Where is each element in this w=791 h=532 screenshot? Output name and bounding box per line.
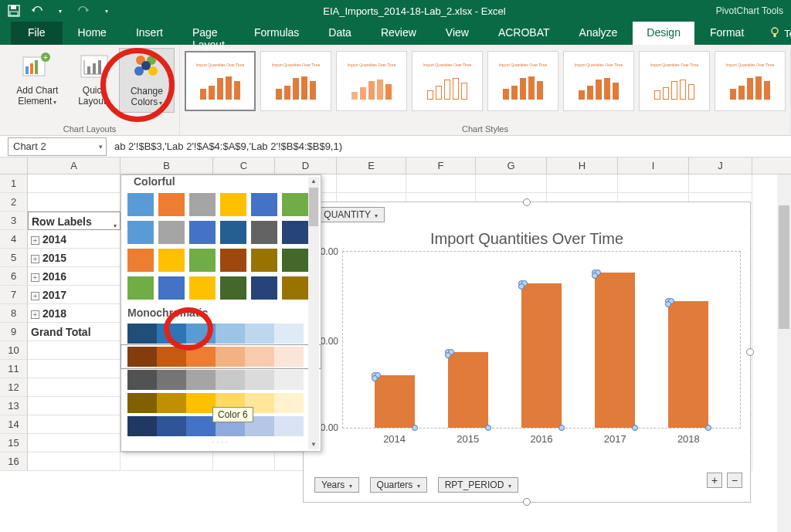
color-swatch[interactable] [157, 393, 186, 413]
row-header[interactable]: 16 [0, 452, 28, 471]
name-box-dropdown-icon[interactable]: ▾ [99, 143, 103, 151]
tab-formulas[interactable]: Formulas [240, 22, 313, 45]
color-swatch[interactable] [251, 276, 277, 300]
column-header[interactable]: F [406, 158, 476, 174]
tab-review[interactable]: Review [367, 22, 430, 45]
column-header[interactable]: C [213, 158, 275, 174]
bar[interactable] [375, 375, 415, 428]
row-header[interactable]: 14 [0, 415, 28, 434]
color-swatch[interactable] [220, 221, 246, 244]
row-header[interactable]: 3 [0, 212, 28, 230]
chart-style-thumb[interactable]: Import Quantities Over Time [336, 51, 407, 111]
color-swatch[interactable] [245, 370, 274, 390]
color-swatch[interactable] [282, 193, 308, 216]
cell[interactable]: Row Labels ▾ [28, 212, 121, 230]
row-header[interactable]: 11 [0, 360, 28, 378]
column-header[interactable]: J [689, 158, 752, 174]
row-header[interactable]: 6 [0, 267, 28, 286]
palette-row-mono[interactable] [121, 322, 321, 345]
cell[interactable]: +2018 [28, 304, 121, 323]
color-swatch[interactable] [282, 221, 308, 244]
chart-style-thumb[interactable]: Import Quantities Over Time [412, 51, 483, 111]
cell[interactable] [337, 175, 406, 193]
bar[interactable] [521, 283, 562, 428]
cell[interactable] [547, 175, 618, 193]
formula-bar[interactable]: ab 2'!$B$3,'Lab 2'!$A$4:$A$9,'Lab 2'!$B$… [107, 141, 791, 152]
row-header[interactable]: 2 [0, 193, 28, 212]
color-swatch[interactable] [189, 249, 216, 272]
cell[interactable] [618, 175, 689, 193]
cell[interactable] [689, 175, 752, 193]
tab-insert[interactable]: Insert [122, 22, 177, 45]
color-swatch[interactable] [157, 416, 186, 436]
row-header[interactable]: 7 [0, 286, 28, 304]
palette-row-colorful[interactable] [121, 274, 321, 302]
quick-layout-button[interactable]: Quick Layout▾ [70, 48, 119, 113]
tab-file[interactable]: File [11, 22, 63, 45]
expand-field-button[interactable]: + [707, 473, 722, 488]
expand-icon[interactable]: + [31, 255, 39, 263]
chart-styles-gallery[interactable]: Import Quantities Over TimeImport Quanti… [185, 48, 786, 111]
tell-me-label[interactable]: Te [784, 28, 791, 39]
cell[interactable]: +2015 [28, 249, 121, 267]
row-header[interactable]: 8 [0, 304, 28, 323]
color-swatch[interactable] [158, 276, 185, 300]
add-chart-element-button[interactable]: + Add Chart Element▾ [5, 48, 70, 113]
column-header[interactable]: B [121, 158, 213, 174]
tab-format[interactable]: Format [696, 22, 758, 45]
color-swatch[interactable] [158, 193, 185, 216]
cell[interactable] [28, 360, 121, 378]
change-colors-dropdown[interactable]: Colorful Monochromatic Color 6 ▲ ▼ ···· [121, 175, 321, 452]
column-header[interactable]: D [275, 158, 337, 174]
pivot-axis-button-rpt-period[interactable]: RPT_PERIOD ▾ [438, 477, 518, 493]
row-header[interactable]: 9 [0, 323, 28, 341]
pivot-axis-button-quarters[interactable]: Quarters ▾ [370, 477, 427, 493]
cell[interactable] [121, 452, 213, 471]
color-swatch[interactable] [245, 324, 274, 344]
color-swatch[interactable] [186, 416, 216, 436]
pivot-chart-object[interactable]: of QUANTITY ▾ Import Quantities Over Tim… [303, 202, 751, 503]
undo-dropdown-icon[interactable]: ▾ [54, 5, 66, 17]
cell[interactable]: Grand Total [28, 323, 121, 341]
color-swatch[interactable] [216, 370, 245, 390]
qat-customize-icon[interactable]: ▾ [100, 5, 113, 17]
scroll-up-icon[interactable]: ▲ [308, 177, 319, 186]
column-header[interactable]: I [618, 158, 689, 174]
color-swatch[interactable] [127, 393, 157, 413]
chart-style-thumb[interactable]: Import Quantities Over Time [260, 51, 331, 111]
change-colors-button[interactable]: Change Colors▾ [119, 48, 175, 113]
row-header[interactable]: 1 [0, 175, 28, 193]
cell[interactable] [28, 415, 121, 434]
save-icon[interactable] [8, 5, 20, 17]
color-swatch[interactable] [216, 324, 245, 344]
expand-icon[interactable]: + [31, 292, 39, 300]
tab-acrobat[interactable]: ACROBAT [484, 22, 564, 45]
column-header[interactable]: A [28, 158, 121, 174]
color-swatch[interactable] [157, 370, 186, 390]
pivot-axis-button-years[interactable]: Years ▾ [314, 477, 359, 493]
color-swatch[interactable] [274, 416, 304, 436]
color-swatch[interactable] [220, 276, 246, 300]
scroll-thumb[interactable] [309, 188, 318, 226]
expand-icon[interactable]: + [31, 310, 39, 319]
color-swatch[interactable] [127, 193, 154, 216]
bar[interactable] [668, 301, 708, 428]
color-swatch[interactable] [274, 347, 304, 367]
column-header[interactable]: H [547, 158, 618, 174]
chart-title[interactable]: Import Quantities Over Time [304, 230, 750, 248]
cell[interactable] [28, 378, 121, 397]
palette-row-colorful[interactable] [121, 246, 321, 274]
color-swatch[interactable] [189, 276, 216, 300]
color-swatch[interactable] [127, 249, 154, 272]
color-swatch[interactable] [220, 193, 246, 216]
expand-icon[interactable]: + [31, 273, 39, 282]
color-swatch[interactable] [245, 347, 274, 367]
vertical-scrollbar[interactable] [777, 175, 791, 532]
palette-row-colorful[interactable] [121, 191, 321, 219]
bar[interactable] [595, 273, 635, 428]
color-swatch[interactable] [127, 324, 157, 344]
tab-design[interactable]: Design [633, 22, 694, 45]
color-swatch[interactable] [127, 347, 157, 367]
palette-scrollbar[interactable]: ▲ ▼ [308, 177, 319, 449]
color-swatch[interactable] [282, 249, 308, 272]
